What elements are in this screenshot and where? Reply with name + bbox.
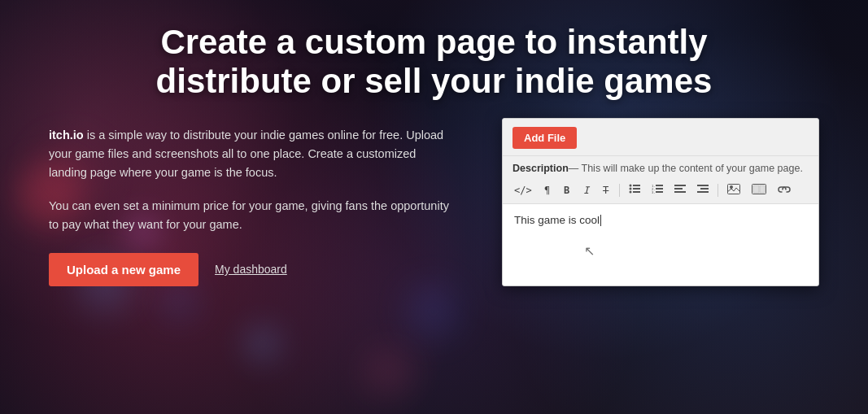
svg-point-1 <box>629 188 631 190</box>
mouse-cursor-icon: ↖ <box>584 243 595 259</box>
svg-rect-12 <box>674 185 686 186</box>
svg-rect-3 <box>633 185 640 186</box>
right-column: Add File Description— This will make up … <box>502 118 819 286</box>
hero-title-line2: distribute or sell your indie games <box>156 62 713 100</box>
toolbar-link-button[interactable] <box>773 182 796 198</box>
editor-top-bar: Add File <box>503 119 818 156</box>
svg-point-0 <box>629 185 631 187</box>
editor-content-area[interactable]: This game is cool ↖ <box>503 204 818 285</box>
toolbar-align-left-button[interactable] <box>670 181 691 198</box>
svg-rect-13 <box>674 188 683 190</box>
secondary-paragraph: You can even set a minimum price for you… <box>49 197 453 234</box>
toolbar-align-right-button[interactable] <box>692 181 713 198</box>
toolbar-code-button[interactable]: </> <box>509 182 537 198</box>
cta-row: Upload a new game My dashboard <box>49 253 453 286</box>
description-text: is a simple way to distribute your indie… <box>49 129 443 179</box>
hero-header: Create a custom page to instantly distri… <box>0 0 868 118</box>
svg-rect-14 <box>674 191 686 193</box>
upload-new-game-button[interactable]: Upload a new game <box>49 253 198 286</box>
svg-rect-17 <box>697 191 709 193</box>
svg-rect-10 <box>656 188 663 190</box>
svg-rect-5 <box>633 191 640 193</box>
editor-content-text: This game is cool <box>514 214 600 226</box>
toolbar-separator-1 <box>619 184 620 197</box>
hero-title: Create a custom page to instantly distri… <box>65 23 803 102</box>
brand-name: itch.io <box>49 129 84 142</box>
toolbar-list-unordered-button[interactable] <box>624 181 645 198</box>
add-file-button[interactable]: Add File <box>513 127 577 149</box>
svg-rect-16 <box>700 188 709 190</box>
toolbar-embed-button[interactable] <box>747 181 771 199</box>
page-wrapper: Create a custom page to instantly distri… <box>0 0 868 414</box>
description-paragraph: itch.io is a simple way to distribute yo… <box>49 126 453 183</box>
svg-rect-21 <box>753 185 759 193</box>
toolbar-bold-button[interactable]: B <box>558 182 576 198</box>
toolbar-list-ordered-button[interactable]: 1.2.3. <box>647 181 668 198</box>
hero-title-line1: Create a custom page to instantly <box>160 23 707 61</box>
svg-rect-15 <box>697 185 709 186</box>
my-dashboard-link[interactable]: My dashboard <box>215 263 287 276</box>
toolbar-strikethrough-button[interactable]: T <box>597 182 615 198</box>
svg-rect-18 <box>727 184 739 194</box>
svg-rect-22 <box>760 185 765 193</box>
description-subtitle: — This will make up the content of your … <box>569 163 803 174</box>
svg-text:3.: 3. <box>652 190 656 194</box>
editor-description-label: Description— This will make up the conte… <box>503 156 818 177</box>
toolbar-paragraph-button[interactable]: ¶ <box>539 182 556 198</box>
toolbar-italic-button[interactable]: I <box>578 182 595 198</box>
description-label-text: Description <box>513 163 569 174</box>
svg-rect-4 <box>633 188 640 190</box>
toolbar-separator-2 <box>718 184 718 197</box>
content-area: itch.io is a simple way to distribute yo… <box>0 118 868 303</box>
svg-rect-9 <box>656 185 663 186</box>
svg-rect-11 <box>656 191 663 193</box>
editor-toolbar: </> ¶ B I T 1.2.3. <box>503 177 818 204</box>
editor-panel: Add File Description— This will make up … <box>502 118 819 286</box>
text-cursor <box>600 215 601 226</box>
left-column: itch.io is a simple way to distribute yo… <box>49 126 453 286</box>
svg-point-2 <box>629 191 631 194</box>
toolbar-image-button[interactable] <box>722 181 745 199</box>
